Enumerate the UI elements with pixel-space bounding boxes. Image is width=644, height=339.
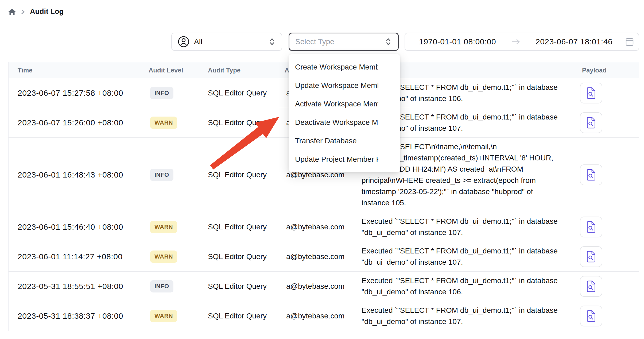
chevron-right-icon <box>21 8 25 15</box>
type-menu-item[interactable]: Update Workspace Member <box>289 76 400 95</box>
home-icon[interactable] <box>8 8 16 16</box>
page-title: Audit Log <box>30 7 64 16</box>
row-audit-type: SQL Editor Query <box>208 118 267 127</box>
audit-level-badge: INFO <box>150 280 173 292</box>
row-payload <box>580 112 602 133</box>
table-row: 2023-05-31 18:55:51 +08:00INFOSQL Editor… <box>9 272 639 301</box>
row-audit-level: WARN <box>150 117 177 129</box>
row-audit-level: INFO <box>150 280 173 292</box>
row-payload <box>580 306 602 326</box>
audit-level-badge: WARN <box>150 310 177 322</box>
type-filter-placeholder: Select Type <box>295 37 334 46</box>
actor-filter-select[interactable]: All <box>171 33 282 51</box>
row-payload <box>580 276 602 297</box>
type-menu-item-label: Transfer Database <box>295 137 378 145</box>
date-range-start[interactable]: 1970-01-01 08:00:00 <box>419 37 496 46</box>
row-time: 2023-06-01 16:48:43 +08:00 <box>18 170 123 179</box>
table-row: 2023-06-01 11:14:27 +08:00WARNSQL Editor… <box>9 242 639 272</box>
row-actor: a@bytebase.com <box>286 312 344 320</box>
date-range-end[interactable]: 2023-06-07 18:01:46 <box>536 37 612 46</box>
type-menu-item[interactable]: Update Project Member Role <box>289 150 400 168</box>
breadcrumb: Audit Log <box>8 7 64 16</box>
row-payload <box>580 246 602 267</box>
row-time: 2023-05-31 18:55:51 +08:00 <box>18 282 123 291</box>
payload-view-button[interactable] <box>580 276 602 297</box>
payload-view-button[interactable] <box>580 246 602 267</box>
row-comment: Executed `"SELECT * FROM db_ui_demo.t1;"… <box>362 212 583 242</box>
row-audit-level: INFO <box>150 87 173 99</box>
row-time: 2023-06-07 15:26:00 +08:00 <box>18 118 123 127</box>
row-audit-type: SQL Editor Query <box>208 312 267 320</box>
type-menu-item[interactable]: Create Workspace Member <box>289 58 400 76</box>
column-header-level: Audit Level <box>149 67 183 74</box>
date-range-picker[interactable]: 1970-01-01 08:00:00 2023-06-07 18:01:46 <box>405 33 639 51</box>
row-audit-type: SQL Editor Query <box>208 171 267 179</box>
audit-level-badge: INFO <box>150 169 173 181</box>
row-audit-type: SQL Editor Query <box>208 89 267 97</box>
calendar-icon <box>625 37 634 46</box>
payload-view-button[interactable] <box>580 164 602 185</box>
row-actor: a@bytebase.com <box>286 223 344 231</box>
column-header-type: Audit Type <box>208 67 240 74</box>
row-actor: a@bytebase.com <box>286 252 344 261</box>
column-header-time: Time <box>18 67 33 74</box>
audit-level-badge: WARN <box>150 251 177 263</box>
type-menu-item-label: Update Project Member Role <box>295 155 378 164</box>
type-menu-item[interactable]: Deactivate Workspace Member <box>289 113 400 132</box>
row-time: 2023-06-01 11:14:27 +08:00 <box>18 252 123 261</box>
row-time: 2023-06-07 15:27:58 +08:00 <box>18 88 123 98</box>
row-audit-level: WARN <box>150 221 177 233</box>
row-time: 2023-05-31 18:38:37 +08:00 <box>18 311 123 321</box>
type-menu-item-label: Deactivate Workspace Member <box>295 118 378 127</box>
type-menu-item[interactable]: Transfer Database <box>289 132 400 150</box>
type-filter-dropdown-menu: Create Workspace MemberUpdate Workspace … <box>289 54 400 172</box>
up-down-chevrons-icon <box>385 37 391 46</box>
row-audit-level: INFO <box>150 169 173 181</box>
row-audit-level: WARN <box>150 310 177 322</box>
column-header-payload: Payload <box>582 67 607 74</box>
type-menu-item[interactable]: Activate Workspace Member <box>289 95 400 113</box>
payload-view-button[interactable] <box>580 112 602 133</box>
audit-level-badge: WARN <box>150 117 177 129</box>
row-audit-type: SQL Editor Query <box>208 223 267 231</box>
type-filter-select[interactable]: Select Type <box>289 33 399 51</box>
row-payload <box>580 217 602 237</box>
type-menu-item-label: Create Workspace Member <box>295 63 378 71</box>
arrow-right-icon <box>511 38 521 45</box>
payload-view-button[interactable] <box>580 217 602 237</box>
row-audit-type: SQL Editor Query <box>208 252 267 261</box>
table-row: 2023-05-31 18:38:37 +08:00WARNSQL Editor… <box>9 301 639 331</box>
row-audit-type: SQL Editor Query <box>208 282 267 291</box>
row-payload <box>580 83 602 103</box>
row-time: 2023-06-01 15:46:40 +08:00 <box>18 222 123 232</box>
type-menu-item-label: Activate Workspace Member <box>295 100 378 108</box>
row-comment: Executed `"SELECT * FROM db_ui_demo.t1;"… <box>362 272 583 301</box>
table-row: 2023-06-01 15:46:40 +08:00WARNSQL Editor… <box>9 212 639 242</box>
payload-view-button[interactable] <box>580 306 602 326</box>
actor-filter-value: All <box>194 37 202 46</box>
row-comment: Executed `"SELECT * FROM db_ui_demo.t1;"… <box>362 301 583 331</box>
row-audit-level: WARN <box>150 251 177 263</box>
up-down-chevrons-icon <box>269 37 275 46</box>
row-comment: Executed `"SELECT * FROM db_ui_demo.t1;"… <box>362 242 583 271</box>
audit-level-badge: WARN <box>150 221 177 233</box>
type-menu-item-label: Update Workspace Member <box>295 81 378 90</box>
row-payload <box>580 164 602 185</box>
payload-view-button[interactable] <box>580 83 602 103</box>
person-circle-icon <box>178 36 189 48</box>
row-actor: a@bytebase.com <box>286 282 344 291</box>
audit-level-badge: INFO <box>150 87 173 99</box>
